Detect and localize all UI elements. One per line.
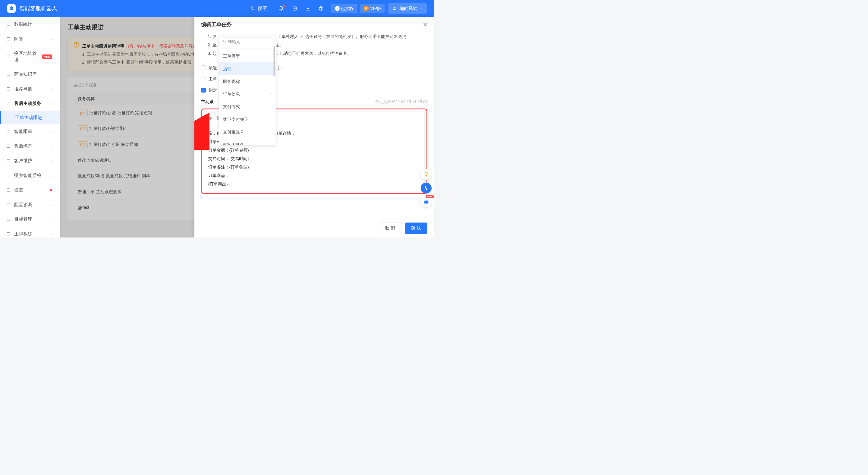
dropdown-item-0[interactable]: 工单类型 [219, 50, 276, 62]
app-logo [7, 4, 16, 13]
shield-icon: ✓ [335, 6, 340, 11]
chat-icon [6, 36, 11, 41]
chevron-down-icon: ⌵ [52, 129, 54, 133]
dropdown-item-7[interactable]: 收款人姓名 [219, 138, 276, 145]
svg-rect-23 [7, 203, 10, 206]
people-icon [6, 158, 11, 163]
checkbox-checked-icon: ✓ [201, 88, 206, 93]
qc-icon [6, 173, 11, 178]
sidebar-item-10[interactable]: 设置 ⌵ [0, 183, 60, 197]
chevron-down-icon [420, 7, 423, 10]
notification-button[interactable] [278, 5, 284, 11]
help-icon [318, 6, 324, 11]
svg-point-36 [425, 202, 426, 202]
vip-badge[interactable]: V VIP版 [360, 4, 384, 13]
sidebar-item-12[interactable]: 目标管理 ⌵ [0, 212, 60, 227]
auth-badge[interactable]: ✓ 已授权 [331, 4, 357, 13]
svg-point-28 [208, 116, 212, 120]
svg-line-5 [253, 9, 254, 10]
svg-rect-17 [7, 102, 10, 105]
avatar-icon [392, 6, 397, 11]
dropdown-item-3[interactable]: 订单信息› [219, 88, 276, 100]
red-dot [50, 189, 52, 191]
tip-button[interactable] [421, 169, 432, 180]
sidebar-sub-active[interactable]: 工单主动跟进 [0, 111, 60, 124]
sidebar-item-2[interactable]: 疫区地址管理 NEW ⌵ [0, 46, 60, 67]
svg-rect-14 [7, 55, 10, 58]
variable-dropdown: 工单类型店铺顾客昵称订单信息›支付方式线下支付凭证支付宝账号收款人姓名打款金额登… [218, 35, 276, 145]
dropdown-item-5[interactable]: 线下支付凭证 [219, 113, 276, 126]
user-menu[interactable]: 翩翩风铃 [388, 3, 427, 14]
dropdown-item-4[interactable]: 支付方式 [219, 100, 276, 113]
dropdown-item-6[interactable]: 支付宝账号 [219, 126, 276, 138]
svg-rect-21 [7, 174, 10, 177]
dropdown-item-2[interactable]: 顾客昵称 [219, 75, 276, 88]
dropdown-search-input[interactable] [221, 38, 274, 46]
svg-rect-25 [7, 232, 10, 235]
search-label: 搜索 [258, 5, 267, 12]
app-title: 智能客服机器人 [19, 5, 57, 12]
confirm-button[interactable]: 确 认 [405, 223, 427, 234]
last-updated: 最近更新2022-09-15 11:15:04 [375, 98, 427, 105]
search-icon [250, 6, 255, 11]
sidebar-item-8[interactable]: 客户维护 ⌵ [0, 153, 60, 168]
analytics-button[interactable] [421, 183, 432, 193]
assistant-button[interactable]: NEW [421, 196, 432, 208]
svg-rect-38 [426, 199, 427, 201]
sidebar-item-6[interactable]: 智能跟单 ⌵ [0, 124, 60, 139]
sidebar-item-1[interactable]: 问答 ⌵ [0, 32, 60, 46]
svg-rect-12 [7, 23, 10, 26]
search-button[interactable]: 搜索 [247, 5, 271, 12]
floating-actions: NEW [421, 169, 432, 208]
svg-rect-15 [7, 73, 10, 76]
svg-rect-35 [424, 200, 429, 203]
chevron-right-icon: › [270, 90, 272, 98]
new-badge: NEW [426, 195, 434, 198]
svg-rect-0 [10, 7, 13, 10]
svg-rect-16 [7, 87, 10, 90]
sidebar-item-5[interactable]: 售后主动服务 ⌵ [0, 96, 60, 111]
svg-point-4 [251, 7, 254, 9]
dropdown-scrollbar[interactable] [274, 46, 275, 76]
sidebar-item-3[interactable]: 商品知识库 ⌵ [0, 67, 60, 82]
svg-rect-3 [11, 6, 12, 7]
svg-point-1 [10, 8, 11, 9]
chevron-down-icon: ⌵ [52, 22, 54, 26]
dropdown-item-1[interactable]: 店铺 [219, 62, 276, 75]
sidebar-item-4[interactable]: 推荐导购 ⌵ [0, 82, 60, 96]
sidebar-item-7[interactable]: 售后场景 ⌵ [0, 139, 60, 154]
svg-rect-22 [7, 189, 10, 191]
sidebar-item-11[interactable]: 配置诊断 ⌵ [0, 197, 60, 212]
chevron-down-icon: ⌵ [52, 202, 54, 207]
target-icon [6, 217, 11, 222]
grid-icon [6, 87, 11, 91]
cancel-button[interactable]: 取 消 [379, 223, 401, 234]
search-icon [223, 38, 227, 46]
sidebar-item-9[interactable]: 明察智能质检 ⌵ [0, 168, 60, 183]
svg-point-29 [209, 117, 210, 118]
sidebar-item-0[interactable]: 数据统计 ⌵ [0, 17, 60, 32]
gear-icon [6, 187, 11, 192]
chevron-down-icon: ⌵ [52, 217, 54, 221]
download-button[interactable] [305, 5, 311, 11]
notification-dot [283, 5, 285, 7]
service-icon [6, 101, 11, 106]
emoji-button[interactable] [208, 114, 213, 124]
chevron-down-icon: ⌵ [52, 188, 54, 192]
svg-point-37 [427, 202, 427, 202]
pin-icon [6, 54, 11, 59]
help-button[interactable] [318, 5, 324, 11]
smile-icon [208, 116, 213, 120]
chevron-down-icon: ⌵ [52, 159, 54, 163]
close-button[interactable]: ✕ [423, 22, 427, 28]
scene-icon [6, 144, 11, 149]
chart-icon [6, 22, 11, 27]
task-button[interactable] [291, 5, 298, 11]
sidebar: 数据统计 ⌵ 问答 ⌵ 疫区地址管理 NEW ⌵ 商品知识库 ⌵ 推荐导购 ⌵ … [0, 17, 60, 238]
drawer-title: 编辑工单任务 [201, 21, 232, 28]
svg-point-26 [223, 40, 225, 42]
download-icon [305, 6, 310, 11]
svg-rect-24 [7, 218, 10, 221]
sidebar-item-13[interactable]: 王牌教练 ⌵ [0, 227, 60, 238]
pulse-icon [423, 185, 429, 191]
